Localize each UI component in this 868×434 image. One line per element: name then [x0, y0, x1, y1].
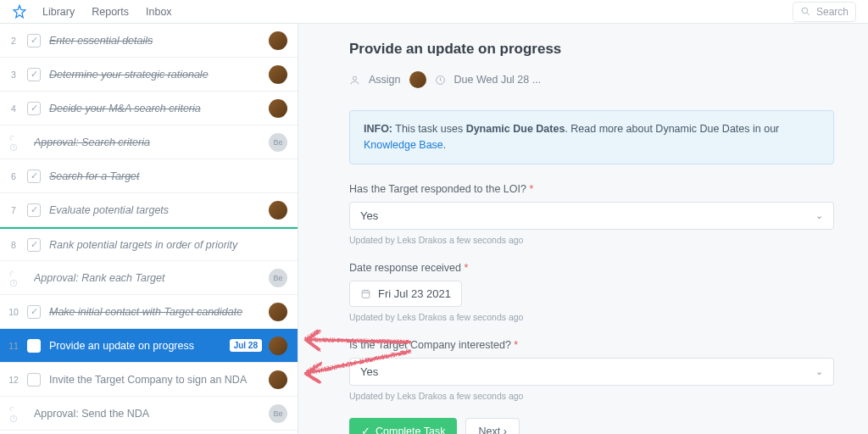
task-row[interactable]: 12Invite the Target Company to sign an N…: [0, 363, 298, 397]
task-avatar[interactable]: [269, 370, 287, 389]
task-row[interactable]: 2Enter essential details: [0, 24, 298, 58]
task-checkbox[interactable]: [27, 305, 41, 319]
task-checkbox[interactable]: [27, 68, 41, 81]
task-avatar[interactable]: [269, 31, 287, 50]
task-avatar[interactable]: [269, 303, 287, 321]
task-avatar[interactable]: Be: [269, 404, 287, 423]
kb-link[interactable]: Knowledge Base: [364, 139, 443, 151]
next-button[interactable]: Next ›: [465, 418, 519, 435]
task-row[interactable]: Approval: Rank each TargetBe: [0, 261, 298, 295]
search-icon: [800, 6, 811, 17]
task-number: 6: [0, 171, 27, 181]
task-avatar[interactable]: [269, 99, 287, 118]
updated-q3: Updated by Leks Drakos a few seconds ago: [349, 391, 834, 401]
task-row[interactable]: 7Evaluate potential targets: [0, 193, 298, 227]
select-q3[interactable]: Yes ⌄: [349, 358, 834, 386]
clock-icon: [435, 75, 446, 86]
task-label: Enter essential details: [49, 35, 269, 47]
task-row[interactable]: 3Determine your strategic rationale: [0, 58, 298, 92]
task-checkbox[interactable]: [27, 339, 41, 353]
task-label: Make initial contact with Target candida…: [49, 306, 269, 318]
svg-point-0: [802, 8, 808, 14]
nav-inbox[interactable]: Inbox: [146, 6, 172, 18]
field-label-q3: Is the Target Company interested? *: [349, 339, 834, 351]
task-avatar[interactable]: [269, 65, 287, 84]
updated-q1: Updated by Leks Drakos a few seconds ago: [349, 235, 834, 245]
search-input[interactable]: Search: [793, 2, 856, 22]
task-number: [0, 269, 27, 287]
info-banner: INFO: This task uses Dynamic Due Dates. …: [349, 110, 834, 164]
task-row[interactable]: 8Rank potential targets in order of prio…: [0, 227, 298, 261]
task-number: 10: [0, 307, 27, 317]
date-input[interactable]: Fri Jul 23 2021: [349, 281, 462, 307]
select-q1[interactable]: Yes ⌄: [349, 202, 834, 230]
task-row[interactable]: 4Decide your M&A search criteria: [0, 92, 298, 125]
task-label: Rank potential targets in order of prior…: [49, 239, 269, 251]
due-badge: Jul 28: [230, 339, 262, 352]
logo-icon[interactable]: [12, 4, 27, 19]
task-label: Search for a Target: [49, 170, 269, 182]
nav-reports[interactable]: Reports: [92, 6, 129, 18]
assign-label[interactable]: Assign: [369, 74, 401, 86]
task-label: Approval: Search criteria: [34, 136, 269, 148]
task-avatar[interactable]: Be: [269, 133, 287, 152]
task-label: Approval: Send the NDA: [34, 408, 269, 420]
task-number: 4: [0, 103, 27, 114]
task-number: 11: [0, 341, 27, 351]
updated-q2: Updated by Leks Drakos a few seconds ago: [349, 312, 834, 322]
task-avatar[interactable]: [269, 337, 287, 355]
task-label: Provide an update on progress: [49, 340, 230, 352]
task-number: 7: [0, 205, 27, 215]
check-icon: ✓: [361, 425, 370, 434]
nav-library[interactable]: Library: [42, 6, 75, 18]
task-row[interactable]: 6Search for a Target: [0, 159, 298, 193]
task-label: Approval: Rank each Target: [34, 272, 269, 284]
task-number: [0, 404, 27, 423]
task-row[interactable]: 10Make initial contact with Target candi…: [0, 295, 298, 329]
task-checkbox[interactable]: [27, 238, 41, 252]
task-row[interactable]: Approval: Search criteriaBe: [0, 125, 298, 159]
task-avatar[interactable]: Be: [269, 269, 287, 287]
task-number: 8: [0, 240, 27, 250]
chevron-down-icon: ⌄: [815, 210, 823, 221]
task-row[interactable]: 11Provide an update on progressJul 28: [0, 329, 298, 363]
task-avatar[interactable]: [269, 201, 287, 220]
task-label: Determine your strategic rationale: [49, 69, 269, 81]
task-label: Evaluate potential targets: [49, 204, 269, 216]
task-number: 3: [0, 70, 27, 80]
task-title: Provide an update on progress: [349, 41, 834, 58]
task-checkbox[interactable]: [27, 203, 41, 217]
svg-point-4: [353, 76, 356, 80]
person-icon: [349, 75, 360, 86]
calendar-icon: [360, 288, 371, 299]
task-row[interactable]: Approval: Send the NDABe: [0, 397, 298, 431]
field-label-q1: Has the Target responded to the LOI? *: [349, 183, 834, 195]
task-number: 2: [0, 36, 27, 46]
assignee-avatar[interactable]: [409, 71, 426, 88]
task-checkbox[interactable]: [27, 170, 41, 183]
task-label: Decide your M&A search criteria: [49, 103, 269, 114]
task-checkbox[interactable]: [27, 373, 41, 387]
task-checkbox[interactable]: [27, 102, 41, 115]
task-label: Invite the Target Company to sign an NDA: [49, 374, 269, 386]
field-label-q2: Date response received *: [349, 262, 834, 274]
complete-button[interactable]: ✓ Complete Task: [349, 418, 457, 435]
task-number: 12: [0, 375, 27, 385]
task-number: [0, 133, 27, 152]
task-checkbox[interactable]: [27, 34, 41, 47]
due-label[interactable]: Due Wed Jul 28 ...: [454, 74, 542, 86]
chevron-down-icon: ⌄: [815, 366, 823, 377]
svg-rect-6: [362, 290, 370, 298]
